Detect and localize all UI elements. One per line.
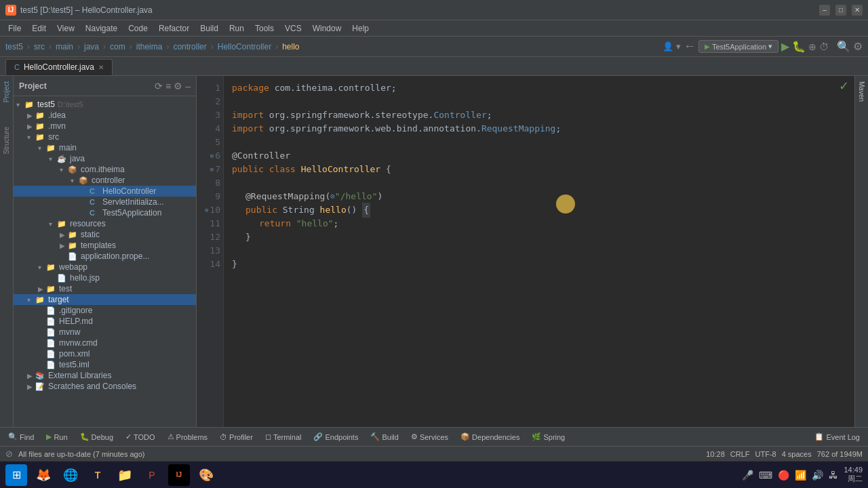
sidebar-sync-button[interactable]: ⟳ — [155, 81, 163, 92]
memory-info[interactable]: 762 of 1949M — [817, 450, 863, 458]
tree-item-test5application[interactable]: ▶ C Test5Application — [14, 207, 196, 218]
taskbar-network-icon[interactable]: 🖧 — [829, 470, 838, 481]
debug-tool-button[interactable]: 🐛 Debug — [75, 431, 119, 443]
breadcrumb-java[interactable]: java — [84, 42, 99, 52]
tree-item-resources[interactable]: ▾ 📁 resources — [14, 218, 196, 229]
tree-item-pomxml[interactable]: ▶ 📄 pom.xml — [14, 348, 196, 359]
menu-file[interactable]: File — [3, 22, 26, 35]
windows-start-button[interactable]: ⊞ — [5, 464, 27, 486]
minimize-button[interactable]: – — [819, 5, 830, 16]
services-tool-button[interactable]: ⚙ Services — [406, 431, 454, 443]
maximize-button[interactable]: □ — [835, 5, 846, 16]
maven-tool-button[interactable]: Maven — [856, 79, 867, 104]
breadcrumb-main[interactable]: main — [56, 42, 73, 52]
tree-item-controller[interactable]: ▾ 📦 controller — [14, 175, 196, 186]
settings-button[interactable]: ⚙ — [853, 40, 863, 53]
tree-item-servletinitializer[interactable]: ▶ C ServletInitializa... — [14, 197, 196, 207]
sidebar-close-button[interactable]: – — [185, 81, 191, 92]
tree-item-webapp[interactable]: ▾ 📁 webapp — [14, 262, 196, 272]
tree-item-java[interactable]: ▾ ☕ java — [14, 153, 196, 164]
cursor-position[interactable]: 10:28 — [706, 450, 725, 458]
sidebar-collapse-all[interactable]: ≡ — [165, 81, 171, 92]
menu-edit[interactable]: Edit — [26, 22, 52, 35]
tree-item-templates[interactable]: ▶ 📁 templates — [14, 240, 196, 251]
menu-refactor[interactable]: Refactor — [153, 22, 195, 35]
todo-tool-button[interactable]: ✓ TODO — [120, 431, 161, 443]
tab-hellocontroller[interactable]: C HelloController.java ✕ — [5, 59, 113, 75]
run-button[interactable]: ▶ — [781, 40, 789, 53]
tree-item-external-libraries[interactable]: ▶ 📚 External Libraries — [14, 370, 196, 381]
menu-build[interactable]: Build — [195, 22, 224, 35]
tree-item-hellocontroller[interactable]: ▶ C HelloController — [14, 186, 196, 197]
taskbar-clock[interactable]: 14:49 周二 — [844, 466, 863, 484]
taskbar-volume-icon[interactable]: 🔊 — [812, 470, 823, 481]
taskbar-mic-icon[interactable]: 🎤 — [742, 470, 753, 481]
close-button[interactable]: ✕ — [852, 5, 863, 16]
tree-item-static[interactable]: ▶ 📁 static — [14, 229, 196, 240]
tree-item-hellojsp[interactable]: ▶ 📄 hello.jsp — [14, 272, 196, 283]
endpoints-tool-button[interactable]: 🔗 Endpoints — [308, 431, 363, 443]
tree-item-helpmd[interactable]: ▶ 📄 HELP.md — [14, 316, 196, 327]
tree-item-com-itheima[interactable]: ▾ 📦 com.itheima — [14, 164, 196, 175]
event-log-button[interactable]: 📋 Event Log — [809, 431, 865, 443]
tree-item-src[interactable]: ▾ 📁 src — [14, 131, 196, 142]
code-area[interactable]: package com.itheima.controller; import o… — [224, 76, 854, 427]
taskbar-redhat-icon[interactable]: 🔴 — [778, 470, 789, 481]
breadcrumb-src[interactable]: src — [34, 42, 45, 52]
menu-help[interactable]: Help — [347, 22, 374, 35]
breadcrumb-itheima[interactable]: itheima — [136, 42, 163, 52]
code-content[interactable]: ✓ 1 2 3 4 5 ⊙6 ⊙7 8 9 ⊙10 11 12 13 14 p — [197, 76, 854, 427]
sidebar-settings-button[interactable]: ⚙ — [174, 81, 182, 92]
coverage-button[interactable]: ⊕ — [808, 41, 816, 52]
line-ending[interactable]: CRLF — [730, 450, 750, 458]
breadcrumb-hello[interactable]: hello — [282, 42, 299, 52]
breadcrumb-controller[interactable]: controller — [173, 42, 206, 52]
run-config-selector[interactable]: ▶ Test5Application ▾ — [698, 40, 778, 53]
tree-item-mvnw[interactable]: ▶ 📄 mvnw — [14, 327, 196, 338]
indent-info[interactable]: 4 spaces — [782, 450, 812, 458]
menu-view[interactable]: View — [52, 22, 80, 35]
taskbar-intellij[interactable]: IJ — [168, 464, 190, 486]
tree-item-test5iml[interactable]: ▶ 📄 test5.iml — [14, 359, 196, 370]
tree-item-appproperties[interactable]: ▶ 📄 application.prope... — [14, 251, 196, 262]
menu-code[interactable]: Code — [123, 22, 153, 35]
tree-item-test5[interactable]: ▾ 📁 test5 D:\test5 — [14, 99, 196, 110]
breadcrumb-com[interactable]: com — [110, 42, 125, 52]
tree-item-idea[interactable]: ▶ 📁 .idea — [14, 110, 196, 121]
profiler-tool-button[interactable]: ⏱ Profiler — [214, 432, 258, 443]
problems-tool-button[interactable]: ⚠ Problems — [162, 431, 213, 443]
find-tool-button[interactable]: 🔍 Find — [3, 431, 39, 443]
taskbar-files[interactable]: 📁 — [114, 464, 136, 486]
taskbar-edge[interactable]: 🌐 — [60, 464, 81, 486]
taskbar-wifi-icon[interactable]: 📶 — [795, 470, 806, 481]
taskbar-powerpoint[interactable]: P — [141, 464, 163, 486]
taskbar-vlc[interactable]: 🎨 — [195, 464, 217, 486]
tab-close-button[interactable]: ✕ — [98, 64, 104, 71]
tree-item-main[interactable]: ▾ 📁 main — [14, 142, 196, 153]
structure-tool-button[interactable]: Structure — [0, 124, 13, 157]
tree-item-gitignore[interactable]: ▶ 📄 .gitignore — [14, 305, 196, 316]
profile-run-button[interactable]: ⏱ — [819, 41, 829, 52]
taskbar-firefox[interactable]: 🦊 — [33, 464, 54, 486]
menu-tools[interactable]: Tools — [250, 22, 279, 35]
profile-button[interactable]: 👤 ▾ — [663, 41, 681, 52]
menu-window[interactable]: Window — [307, 22, 347, 35]
tree-item-test[interactable]: ▶ 📁 test — [14, 283, 196, 294]
spring-tool-button[interactable]: 🌿 Spring — [526, 431, 570, 443]
search-everywhere-button[interactable]: 🔍 — [837, 40, 850, 53]
dependencies-tool-button[interactable]: 📦 Dependencies — [455, 431, 525, 443]
menu-vcs[interactable]: VCS — [279, 22, 307, 35]
back-button[interactable]: ← — [684, 39, 696, 54]
tree-item-scratches[interactable]: ▶ 📝 Scratches and Consoles — [14, 381, 196, 392]
run-tool-button[interactable]: ▶ Run — [41, 431, 73, 443]
breadcrumb-hellocontroller[interactable]: HelloController — [218, 42, 271, 52]
menu-run[interactable]: Run — [224, 22, 250, 35]
encoding[interactable]: UTF-8 — [755, 450, 776, 458]
tree-item-mvnwcmd[interactable]: ▶ 📄 mvnw.cmd — [14, 338, 196, 348]
project-tool-button[interactable]: Project — [0, 79, 13, 105]
terminal-tool-button[interactable]: ◻ Terminal — [260, 431, 307, 443]
taskbar-text[interactable]: T — [87, 464, 108, 486]
build-tool-button[interactable]: 🔨 Build — [365, 431, 403, 443]
taskbar-input-icon[interactable]: ⌨ — [759, 470, 772, 481]
breadcrumb-test5[interactable]: test5 — [5, 42, 23, 52]
